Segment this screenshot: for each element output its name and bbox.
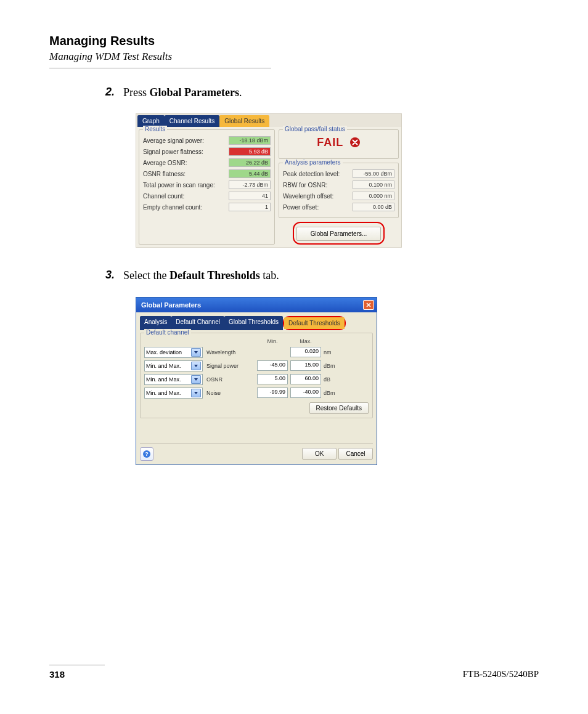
passfail-status: FAIL (283, 134, 394, 155)
tab-bar: Graph Channel Results Global Results (136, 114, 401, 127)
unit-signal: dBm (324, 363, 342, 369)
label-avg-osnr: Average OSNR: (143, 160, 187, 166)
dialog-title-bar: Global Parameters (136, 298, 377, 312)
cancel-button[interactable]: Cancel (338, 448, 373, 460)
label-rbw-osnr: RBW for OSNR: (283, 182, 327, 189)
product-model: FTB-5240S/5240BP (463, 669, 539, 680)
value-avg-osnr: 26.22 dB (229, 158, 271, 167)
mode-select-noise[interactable]: Min. and Max. (144, 387, 203, 399)
passfail-group: Global pass/fail status FAIL (279, 129, 399, 159)
unit-osnr: dB (324, 376, 342, 383)
input-osnr-max[interactable]: 60.00 (290, 374, 321, 384)
value-channel-count: 41 (229, 192, 271, 200)
default-channel-title: Default channel (144, 329, 191, 336)
unit-wavelength: nm (324, 349, 342, 355)
label-wavelength: Wavelength (205, 349, 255, 355)
value-wavelength-offset: 0.000 nm (353, 192, 394, 200)
restore-defaults-button[interactable]: Restore Defaults (309, 402, 369, 414)
chapter-title: Managing Results (49, 34, 539, 48)
label-power-offset: Power offset: (283, 204, 319, 211)
label-empty-channel-count: Empty channel count: (143, 204, 202, 211)
tab-channel-results[interactable]: Channel Results (165, 115, 219, 127)
dialog-tab-bar: Analysis Default Channel Global Threshol… (140, 316, 373, 330)
callout-highlight: Global Parameters... (293, 222, 385, 245)
step-text: Press Global Parameters. (123, 86, 242, 100)
chevron-down-icon[interactable] (191, 389, 201, 397)
label-peak-detection: Peak detection level: (283, 171, 340, 177)
passfail-title: Global pass/fail status (283, 126, 347, 132)
value-peak-detection: -55.00 dBm (353, 169, 394, 178)
unit-noise: dBm (324, 390, 342, 396)
label-channel-count: Channel count: (143, 193, 184, 200)
analysis-title: Analysis parameters (283, 159, 343, 166)
close-icon[interactable] (363, 300, 374, 310)
default-channel-group: Default channel Min. Max. Max. deviation… (140, 333, 373, 418)
value-avg-signal-power: -18.18 dBm (229, 136, 271, 145)
input-signal-max[interactable]: 15.00 (290, 360, 321, 371)
label-signal-flatness: Signal power flatness: (143, 148, 203, 155)
step-3: 3. Select the Default Thresholds tab. (49, 269, 539, 283)
input-signal-min[interactable]: -45.00 (257, 360, 288, 371)
tab-default-thresholds[interactable]: Default Thresholds (284, 317, 345, 329)
step-text: Select the Default Thresholds tab. (123, 269, 279, 283)
screenshot-default-thresholds: Global Parameters Analysis Default Chann… (136, 297, 539, 465)
page-footer: 318 FTB-5240S/5240BP (49, 665, 539, 680)
mode-select-wavelength[interactable]: Max. deviation (144, 347, 203, 358)
value-power-offset: 0.00 dB (353, 203, 394, 211)
dialog-footer: ? OK Cancel (140, 443, 373, 461)
callout-highlight-tab: Default Thresholds (283, 316, 346, 330)
help-icon[interactable]: ? (140, 447, 153, 461)
label-osnr: OSNR (205, 376, 255, 383)
global-parameters-wrapper: Global Parameters... (279, 222, 399, 245)
tab-default-channel[interactable]: Default Channel (171, 316, 224, 330)
input-noise-max[interactable]: -40.00 (290, 387, 321, 398)
tab-global-results[interactable]: Global Results (219, 115, 269, 127)
footer-divider (49, 665, 105, 665)
fail-icon (349, 137, 361, 151)
svg-text:?: ? (145, 451, 149, 457)
label-noise: Noise (205, 390, 255, 396)
step-2: 2. Press Global Parameters. (49, 86, 539, 100)
value-signal-flatness: 5.93 dB (229, 147, 271, 156)
label-osnr-flatness: OSNR flatness: (143, 171, 186, 177)
tab-analysis[interactable]: Analysis (140, 316, 171, 330)
results-group: Results Average signal power:-18.18 dBm … (139, 129, 275, 245)
header-min: Min. (257, 338, 288, 344)
analysis-group: Analysis parameters Peak detection level… (279, 163, 399, 218)
mode-select-signal[interactable]: Min. and Max. (144, 360, 203, 371)
input-wavelength-max[interactable]: 0.020 (290, 347, 321, 357)
page-number: 318 (49, 669, 65, 680)
results-group-title: Results (143, 126, 167, 132)
value-empty-channel-count: 1 (229, 203, 271, 211)
input-noise-min[interactable]: -99.99 (257, 387, 288, 398)
chevron-down-icon[interactable] (191, 348, 201, 357)
header-max: Max. (290, 338, 321, 344)
dialog-title: Global Parameters (141, 301, 201, 309)
label-signal-power: Signal power (205, 363, 255, 369)
chevron-down-icon[interactable] (191, 375, 201, 384)
step-number: 2. (49, 86, 123, 100)
mode-select-osnr[interactable]: Min. and Max. (144, 374, 203, 385)
input-osnr-min[interactable]: 5.00 (257, 374, 288, 384)
ok-button[interactable]: OK (302, 448, 337, 460)
step-number: 3. (49, 269, 123, 283)
section-title: Managing WDM Test Results (49, 51, 539, 63)
label-avg-signal-power: Average signal power: (143, 137, 204, 144)
value-osnr-flatness: 5.44 dB (229, 169, 271, 178)
global-parameters-button[interactable]: Global Parameters... (296, 227, 382, 241)
chevron-down-icon[interactable] (191, 362, 201, 370)
screenshot-global-results: Graph Channel Results Global Results Res… (136, 113, 539, 248)
value-rbw-osnr: 0.100 nm (353, 181, 394, 189)
tab-global-thresholds[interactable]: Global Thresholds (224, 316, 283, 330)
label-total-power: Total power in scan range: (143, 182, 215, 189)
value-total-power: -2.73 dBm (229, 181, 271, 189)
header-divider (49, 68, 271, 68)
label-wavelength-offset: Wavelength offset: (283, 193, 333, 200)
